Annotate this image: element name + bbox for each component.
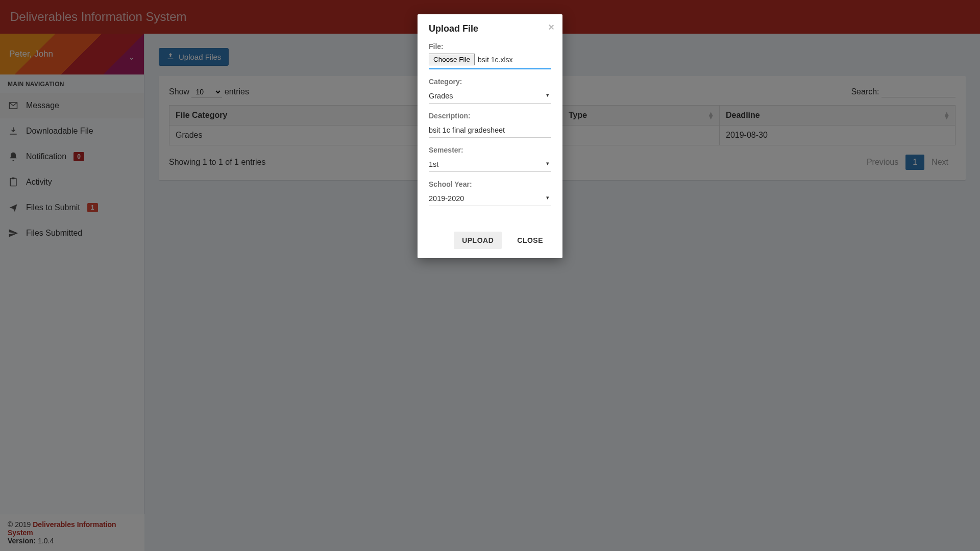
- field-file: File: Choose File bsit 1c.xlsx: [429, 42, 551, 69]
- school-year-label: School Year:: [429, 180, 551, 188]
- selected-filename: bsit 1c.xlsx: [478, 56, 512, 64]
- description-label: Description:: [429, 112, 551, 120]
- field-description: Description:: [429, 112, 551, 138]
- upload-file-modal: Upload File × File: Choose File bsit 1c.…: [418, 14, 562, 258]
- school-year-select[interactable]: 2019-2020: [429, 191, 551, 206]
- category-label: Category:: [429, 78, 551, 86]
- file-picker: Choose File bsit 1c.xlsx: [429, 54, 551, 69]
- semester-label: Semester:: [429, 146, 551, 154]
- modal-title: Upload File: [429, 23, 551, 34]
- upload-button[interactable]: UPLOAD: [454, 232, 502, 249]
- modal-footer: UPLOAD CLOSE: [418, 224, 562, 258]
- description-input[interactable]: [429, 123, 551, 138]
- file-label: File:: [429, 42, 551, 51]
- modal-header: Upload File ×: [418, 14, 562, 40]
- category-select[interactable]: Grades: [429, 89, 551, 104]
- semester-select[interactable]: 1st: [429, 157, 551, 172]
- choose-file-button[interactable]: Choose File: [429, 54, 475, 65]
- close-button[interactable]: CLOSE: [509, 232, 551, 249]
- close-icon[interactable]: ×: [548, 21, 554, 33]
- modal-body: File: Choose File bsit 1c.xlsx Category:…: [418, 40, 562, 224]
- field-category: Category: Grades: [429, 78, 551, 104]
- field-semester: Semester: 1st: [429, 146, 551, 172]
- field-school-year: School Year: 2019-2020: [429, 180, 551, 206]
